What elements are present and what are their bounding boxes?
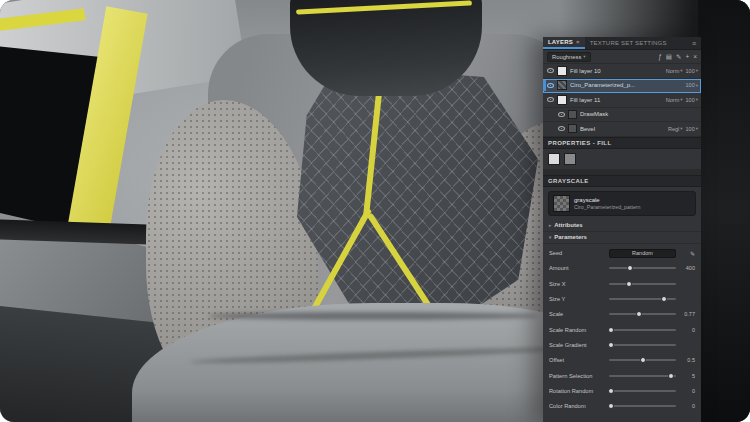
slider-knob[interactable] — [627, 265, 633, 271]
tab-texture-set-settings[interactable]: TEXTURE SET SETTINGS — [585, 37, 672, 49]
slider-knob[interactable] — [608, 388, 614, 394]
layer-row-fill-11[interactable]: Fill layer 11 Norm ▾ 100 ▾ — [543, 93, 701, 108]
slider-knob[interactable] — [608, 327, 614, 333]
slider-track[interactable] — [609, 313, 676, 315]
layer-thumbnail[interactable] — [557, 66, 567, 76]
add-effect-icon[interactable]: ƒ — [658, 53, 662, 60]
chevron-down-icon: ▾ — [696, 68, 698, 73]
slider-track[interactable] — [609, 375, 676, 377]
pencil-icon[interactable]: ✎ — [680, 250, 695, 257]
layers-properties-panel: LAYERS × TEXTURE SET SETTINGS ≡ Roughnes… — [543, 37, 701, 422]
properties-header: PROPERTIES - FILL — [543, 137, 701, 149]
close-icon[interactable]: × — [576, 39, 580, 45]
resource-name: Ciro_Parameterized_pattern — [574, 204, 641, 210]
delete-layer-icon[interactable]: × — [693, 53, 697, 60]
opacity-dropdown[interactable]: 100 ▾ — [686, 126, 698, 132]
mask-name[interactable]: DrawMask — [580, 111, 698, 117]
opacity-dropdown[interactable]: 100 ▾ — [686, 82, 698, 88]
screenshot-frame: LAYERS × TEXTURE SET SETTINGS ≡ Roughnes… — [0, 0, 750, 422]
slider-knob[interactable] — [640, 357, 646, 363]
opacity-value: 100 — [686, 68, 695, 74]
layer-row-bevel[interactable]: Bevel Regl ▾ 100 ▾ — [543, 122, 701, 137]
tab-layers[interactable]: LAYERS × — [543, 37, 585, 49]
param-slider[interactable] — [609, 383, 676, 398]
param-slider[interactable] — [609, 398, 676, 413]
slider-track[interactable] — [609, 283, 676, 285]
panel-menu-icon[interactable]: ≡ — [687, 37, 701, 49]
add-paint-layer-icon[interactable]: ✎ — [676, 53, 681, 61]
seat-headrest — [290, 0, 482, 96]
visibility-eye-icon[interactable] — [558, 126, 565, 131]
layer-row-fill-10[interactable]: Fill layer 10 Norm ▾ 100 ▾ — [543, 64, 701, 79]
grayscale-section-header: GRAYSCALE — [543, 175, 701, 187]
chevron-down-icon: ▾ — [680, 126, 682, 131]
param-label: Offset — [549, 357, 605, 363]
param-slider[interactable] — [609, 368, 676, 383]
param-slider[interactable] — [609, 261, 676, 276]
layer-row-drawmask[interactable]: DrawMask — [543, 108, 701, 123]
channel-dropdown[interactable]: Roughness ▾ — [547, 52, 591, 62]
visibility-eye-icon[interactable] — [547, 83, 554, 88]
param-value: 0.77 — [680, 311, 695, 317]
slider-track[interactable] — [609, 390, 676, 392]
effect-thumbnail[interactable] — [568, 124, 577, 133]
layer-list: Fill layer 10 Norm ▾ 100 ▾ Ciro_Paramete… — [543, 64, 701, 137]
grayscale-resource-selector[interactable]: grayscale Ciro_Parameterized_pattern — [548, 191, 696, 216]
param-slider[interactable] — [609, 322, 676, 337]
opacity-value: 100 — [686, 126, 695, 132]
slider-knob[interactable] — [626, 281, 632, 287]
slider-knob[interactable] — [636, 311, 642, 317]
param-slider[interactable] — [609, 337, 676, 352]
opacity-dropdown[interactable]: 100 ▾ — [686, 68, 698, 74]
layer-thumbnail[interactable] — [557, 95, 567, 105]
attributes-label: Attributes — [554, 222, 582, 228]
effect-name[interactable]: Bevel — [580, 126, 665, 132]
slider-track[interactable] — [609, 329, 676, 331]
param-row-rotation-random: Rotation Random 0 — [549, 383, 695, 398]
slider-knob[interactable] — [608, 403, 614, 409]
parameters-collapser[interactable]: ▾ Parameters — [543, 232, 701, 244]
layer-row-ciro-parameterized[interactable]: Ciro_Parameterized_p... 100 ▾ — [543, 79, 701, 94]
param-slider[interactable] — [609, 276, 676, 291]
slider-knob[interactable] — [661, 296, 667, 302]
mask-thumbnail[interactable] — [568, 110, 577, 119]
param-value: 400 — [680, 265, 695, 271]
resource-text: grayscale Ciro_Parameterized_pattern — [574, 197, 641, 210]
param-label: Rotation Random — [549, 388, 605, 394]
layer-name[interactable]: Fill layer 10 — [570, 68, 663, 74]
blend-mode-dropdown[interactable]: Regl ▾ — [668, 126, 683, 132]
opacity-dropdown[interactable]: 100 ▾ — [686, 97, 698, 103]
blend-mode-dropdown[interactable]: Norm ▾ — [666, 68, 683, 74]
layer-name[interactable]: Ciro_Parameterized_p... — [570, 82, 683, 88]
chevron-down-icon: ▾ — [696, 83, 698, 88]
slider-track[interactable] — [609, 267, 676, 269]
slider-track[interactable] — [609, 344, 676, 346]
blend-mode-value: Norm — [666, 97, 679, 103]
layer-thumbnail[interactable] — [557, 80, 567, 90]
chevron-right-icon: ▸ — [549, 223, 551, 228]
param-row-scale: Scale 0.77 — [549, 307, 695, 322]
slider-knob[interactable] — [608, 342, 614, 348]
add-fill-layer-icon[interactable]: + — [685, 53, 689, 60]
slider-knob[interactable] — [668, 373, 674, 379]
parameters-label: Parameters — [554, 234, 587, 240]
param-row-seed: Seed Random ✎ — [549, 246, 695, 261]
seed-random-button[interactable]: Random — [609, 249, 676, 258]
param-slider[interactable] — [609, 291, 676, 306]
slider-track[interactable] — [609, 405, 676, 407]
material-preview-thumb[interactable] — [548, 153, 560, 165]
visibility-eye-icon[interactable] — [547, 97, 554, 102]
visibility-eye-icon[interactable] — [547, 68, 554, 73]
param-row-pattern-selection: Pattern Selection 5 — [549, 368, 695, 383]
param-slider[interactable] — [609, 353, 676, 368]
add-folder-icon[interactable]: ▤ — [666, 53, 672, 61]
visibility-eye-icon[interactable] — [558, 112, 565, 117]
chevron-down-icon: ▾ — [680, 97, 682, 102]
attributes-collapser[interactable]: ▸ Attributes — [543, 220, 701, 232]
grayscale-preview-thumb[interactable] — [564, 153, 576, 165]
param-value: 0.5 — [680, 357, 695, 363]
param-slider[interactable] — [609, 307, 676, 322]
chevron-down-icon: ▾ — [696, 97, 698, 102]
layer-name[interactable]: Fill layer 11 — [570, 97, 663, 103]
blend-mode-dropdown[interactable]: Norm ▾ — [666, 97, 683, 103]
